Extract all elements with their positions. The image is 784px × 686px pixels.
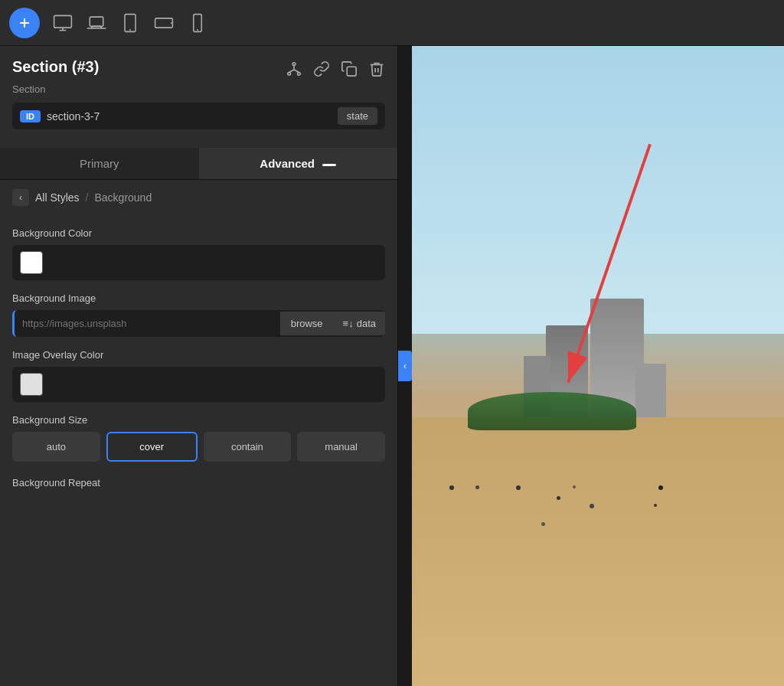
tabs: Primary Advanced <box>0 148 397 180</box>
breadcrumb-all-styles[interactable]: All Styles <box>35 191 80 204</box>
element-actions <box>286 60 385 77</box>
bg-color-swatch[interactable] <box>20 251 43 274</box>
svg-rect-18 <box>347 67 356 76</box>
sidebar: Section (#3) <box>0 46 398 686</box>
overlay-color-row <box>12 367 385 402</box>
svg-line-17 <box>294 69 299 72</box>
breadcrumb-back-button[interactable]: ‹ <box>12 189 29 206</box>
size-auto-button[interactable]: auto <box>12 432 100 462</box>
element-subtitle: Section <box>12 83 385 95</box>
overlay-color-label: Image Overlay Color <box>12 349 385 361</box>
canvas-preview <box>412 46 784 686</box>
tablet-icon[interactable] <box>119 12 141 34</box>
svg-rect-8 <box>155 18 173 27</box>
top-bar <box>0 0 784 46</box>
svg-point-12 <box>292 62 296 65</box>
sand-bg <box>412 417 784 686</box>
delete-icon[interactable] <box>368 60 385 77</box>
bg-size-buttons: auto cover contain manual <box>12 432 385 462</box>
breadcrumb-current: Background <box>94 191 152 204</box>
bg-color-row <box>12 245 385 280</box>
mobile-icon[interactable] <box>187 12 208 34</box>
canvas: ‹ <box>398 46 784 686</box>
device-icons <box>52 12 208 34</box>
tab-active-indicator <box>322 164 336 166</box>
sky-bg <box>412 46 784 334</box>
bg-image-input-row: browse ≡↓ data <box>12 310 385 337</box>
collapse-icon: ‹ <box>398 351 412 381</box>
size-cover-button[interactable]: cover <box>106 432 198 462</box>
beach-people <box>449 485 747 526</box>
trees <box>468 392 636 430</box>
data-icon: ≡↓ <box>343 318 354 329</box>
laptop-icon[interactable] <box>86 12 107 34</box>
id-row: ID section-3-7 state <box>12 103 385 129</box>
duplicate-icon[interactable] <box>341 60 358 77</box>
bg-image-url-input[interactable] <box>15 310 280 337</box>
desktop-icon[interactable] <box>52 12 74 34</box>
content-area: Background Color Background Image browse… <box>0 215 397 495</box>
svg-point-14 <box>298 72 301 75</box>
svg-rect-5 <box>90 17 103 26</box>
main-layout: Section (#3) <box>0 46 784 686</box>
browse-button[interactable]: browse <box>280 312 334 335</box>
size-manual-button[interactable]: manual <box>297 432 385 462</box>
add-button[interactable] <box>9 8 40 38</box>
id-badge: ID <box>20 110 41 122</box>
sidebar-header: Section (#3) <box>0 46 397 148</box>
bg-repeat-label: Background Repeat <box>12 477 385 488</box>
bg-size-label: Background Size <box>12 414 385 426</box>
link-icon[interactable] <box>313 60 330 77</box>
id-value: section-3-7 <box>47 110 332 122</box>
svg-point-13 <box>288 72 291 75</box>
bg-image-label: Background Image <box>12 292 385 304</box>
state-button[interactable]: state <box>338 107 377 125</box>
breadcrumb-separator: / <box>86 191 89 204</box>
size-contain-button[interactable]: contain <box>204 432 292 462</box>
data-button[interactable]: ≡↓ data <box>334 312 385 335</box>
element-title: Section (#3) <box>12 58 99 76</box>
overlay-color-swatch[interactable] <box>20 373 43 396</box>
hierarchy-icon[interactable] <box>286 60 302 77</box>
svg-line-16 <box>289 69 294 72</box>
building-4 <box>635 364 666 417</box>
tab-advanced[interactable]: Advanced <box>199 148 398 179</box>
breadcrumb: ‹ All Styles / Background <box>0 180 397 215</box>
bg-color-label: Background Color <box>12 227 385 239</box>
tab-primary[interactable]: Primary <box>0 148 199 179</box>
mobile-landscape-icon[interactable] <box>153 12 175 34</box>
svg-rect-2 <box>54 15 72 28</box>
collapse-handle[interactable]: ‹ <box>398 351 412 381</box>
